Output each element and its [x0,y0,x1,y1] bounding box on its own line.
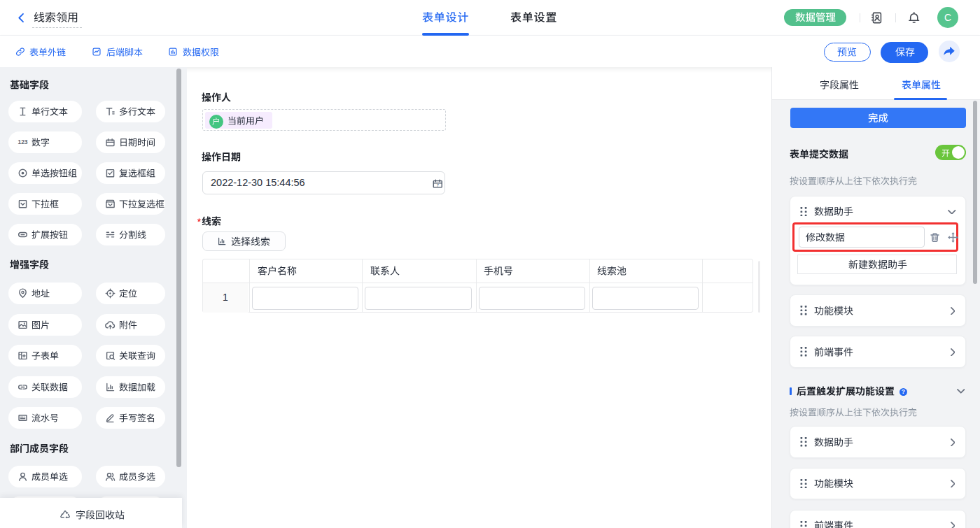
svg-text:7: 7 [437,183,439,187]
